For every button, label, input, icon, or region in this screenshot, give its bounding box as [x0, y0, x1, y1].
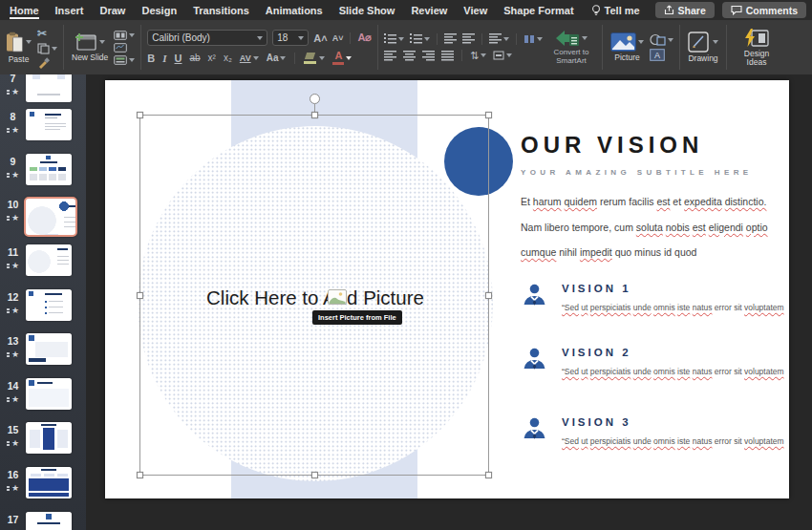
character-spacing-button[interactable]: AV — [240, 53, 259, 63]
section-button[interactable] — [114, 55, 135, 65]
columns-button[interactable] — [524, 34, 543, 44]
design-ideas-button[interactable]: Design Ideas — [733, 28, 780, 68]
menu-tab-transitions[interactable]: Transitions — [193, 0, 249, 20]
decrease-indent-icon[interactable] — [444, 33, 457, 44]
tell-me[interactable]: Tell me — [591, 5, 640, 16]
slide-thumbnail-10[interactable] — [24, 197, 77, 237]
menu-tab-design[interactable]: Design — [141, 0, 177, 20]
align-right-icon[interactable] — [422, 51, 435, 61]
font-color-button[interactable]: A — [332, 51, 352, 65]
menu-tab-view[interactable]: View — [463, 0, 487, 20]
menu-tab-shape-format[interactable]: Shape Format — [503, 0, 573, 20]
slide-thumbnail-7[interactable] — [26, 74, 72, 102]
menu-tab-home[interactable]: Home — [10, 0, 39, 20]
layout-button[interactable] — [114, 31, 135, 40]
font-size-select[interactable]: 18 — [272, 30, 309, 46]
numbering-button[interactable] — [410, 33, 430, 44]
handle-bottom-right[interactable] — [485, 472, 492, 478]
bold-button[interactable]: B — [147, 53, 155, 64]
handle-middle-right[interactable] — [485, 292, 492, 299]
copy-button[interactable] — [37, 43, 57, 54]
slide-thumbnail-8[interactable] — [26, 109, 72, 140]
handle-top-right[interactable] — [485, 112, 492, 118]
drawing-label: Drawing — [688, 54, 717, 63]
clipboard-icon — [6, 32, 24, 53]
share-button[interactable]: Share — [655, 2, 715, 18]
shapes-button[interactable] — [650, 33, 673, 46]
paste-button[interactable]: Paste — [4, 31, 33, 65]
convert-smartart-button[interactable]: Convert to SmartArt — [546, 29, 596, 66]
drawing-button[interactable]: Drawing — [686, 31, 720, 64]
handle-bottom-left[interactable] — [137, 472, 143, 478]
slide-thumbnail-12[interactable] — [26, 289, 72, 321]
change-case-button[interactable]: Aa — [267, 53, 287, 63]
new-slide-button[interactable]: New Slide — [70, 32, 110, 63]
vision-item-1[interactable]: VISION 1“Sed ut perspiciatis unde omnis … — [523, 283, 789, 314]
grow-font-button[interactable]: A˄ — [313, 32, 327, 44]
handle-bottom-center[interactable] — [311, 472, 318, 478]
paste-label: Paste — [9, 55, 30, 64]
slide-thumbnail-16[interactable] — [26, 467, 72, 498]
animation-star-icon: ★ — [7, 87, 19, 96]
slide-subtitle[interactable]: YOUR AMAZING SUBTITLE HERE — [521, 168, 753, 177]
text-direction-button[interactable]: ⇅ — [470, 50, 486, 62]
shrink-font-button[interactable]: A˅ — [332, 33, 344, 43]
justify-icon[interactable] — [441, 51, 454, 61]
slide-thumbnail-row-9: 9★ — [0, 154, 86, 185]
selection-rectangle[interactable] — [139, 115, 489, 476]
menu-tab-insert[interactable]: Insert — [55, 0, 84, 20]
handle-top-center[interactable] — [311, 112, 318, 118]
slide-number: 15 — [8, 424, 19, 435]
animation-star-icon: ★ — [7, 261, 19, 270]
subscript-button[interactable]: x₂ — [224, 53, 232, 63]
menu-tab-slide-show[interactable]: Slide Show — [339, 0, 395, 20]
vision-item-3[interactable]: VISION 3“Sed ut perspiciatis unde omnis … — [523, 416, 789, 448]
person-icon — [523, 347, 546, 371]
handle-middle-left[interactable] — [137, 292, 143, 299]
comments-icon — [731, 5, 742, 15]
slide-thumbnail-15[interactable] — [26, 422, 72, 454]
slide-body-text[interactable]: Et harum quidem rerum facilis est et exp… — [521, 189, 789, 265]
paste-dropdown-chevron[interactable] — [26, 40, 32, 44]
slide-gutter: 10★ — [0, 197, 26, 223]
menu-tab-review[interactable]: Review — [411, 0, 447, 20]
align-left-icon[interactable] — [384, 51, 396, 61]
comments-button[interactable]: Comments — [722, 2, 806, 18]
new-slide-dropdown-chevron[interactable] — [99, 40, 105, 44]
vision-item-2[interactable]: VISION 2“Sed ut perspiciatis unde omnis … — [523, 347, 789, 378]
highlight-color-button[interactable] — [304, 53, 325, 64]
slide-title[interactable]: OUR VISION — [521, 132, 753, 159]
menu-tab-animations[interactable]: Animations — [266, 0, 323, 20]
picture-button[interactable]: Picture — [609, 32, 646, 63]
font-name-select[interactable]: Calibri (Body) — [147, 30, 267, 46]
format-painter-icon[interactable] — [37, 57, 50, 69]
line-spacing-button[interactable] — [489, 33, 509, 44]
align-center-icon[interactable] — [403, 51, 416, 61]
slide-thumbnail-17[interactable] — [26, 512, 72, 530]
slide-thumbnail-9[interactable] — [26, 154, 72, 185]
handle-top-left[interactable] — [137, 112, 143, 118]
rotation-handle[interactable] — [310, 94, 320, 104]
align-text-button[interactable] — [493, 51, 512, 60]
cut-icon[interactable]: ✂ — [37, 27, 57, 40]
menu-tab-draw[interactable]: Draw — [100, 0, 126, 20]
slide-thumbnail-11[interactable] — [26, 244, 72, 276]
slide-thumbnail-14[interactable] — [26, 378, 72, 410]
design-ideas-group: Design Ideas — [731, 20, 782, 74]
strikethrough-button[interactable]: ab — [189, 53, 200, 63]
superscript-button[interactable]: x² — [208, 53, 216, 63]
increase-indent-icon[interactable] — [462, 33, 475, 44]
reset-slide-icon[interactable] — [114, 43, 127, 53]
slide-number: 17 — [8, 514, 19, 525]
slides-group: New Slide — [68, 20, 137, 74]
slide-thumbnail-row-17: 17★ — [0, 512, 86, 530]
font-size-value: 18 — [277, 32, 294, 43]
slide-thumbnail-13[interactable] — [26, 333, 72, 365]
underline-button[interactable]: U — [175, 53, 182, 64]
design-ideas-label: Design Ideas — [735, 50, 779, 67]
animation-star-icon: ★ — [7, 125, 19, 135]
bullets-button[interactable] — [384, 33, 404, 44]
text-box-icon[interactable]: A — [650, 49, 665, 61]
clear-formatting-button[interactable]: A⌀ — [357, 32, 372, 44]
italic-button[interactable]: I — [162, 53, 166, 64]
